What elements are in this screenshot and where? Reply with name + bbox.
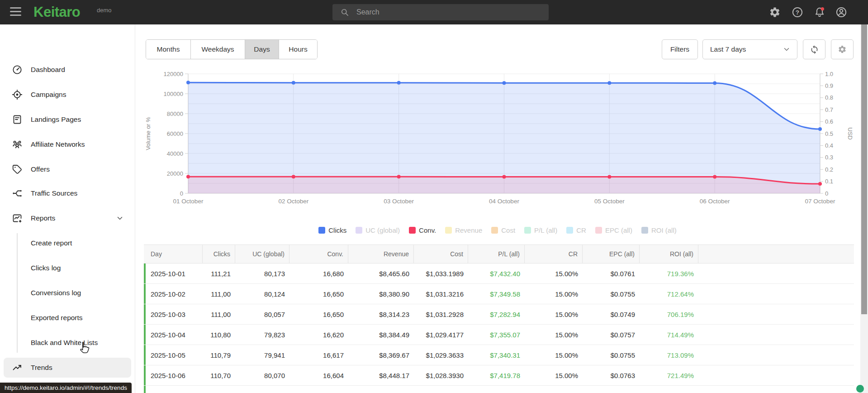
col-header-cr[interactable]: CR bbox=[525, 245, 583, 263]
global-search[interactable] bbox=[332, 4, 549, 20]
sidebar: DashboardCampaignsLandings PagesAffiliat… bbox=[0, 24, 135, 393]
svg-text:100000: 100000 bbox=[164, 91, 183, 97]
sidebar-item-conversions-log[interactable]: Conversions log bbox=[4, 283, 131, 303]
legend-item-epc-all[interactable]: EPC (all) bbox=[595, 226, 632, 234]
legend-label: Clicks bbox=[328, 226, 346, 234]
col-header-empty bbox=[698, 245, 854, 263]
legend-item-p-l-all[interactable]: P/L (all) bbox=[524, 226, 557, 234]
legend-item-clicks[interactable]: Clicks bbox=[318, 226, 346, 234]
cell-cr: 15.00% bbox=[525, 304, 583, 324]
cell-day: 2025-10-02 bbox=[144, 284, 203, 304]
sidebar-item-create-report[interactable]: Create report bbox=[4, 233, 131, 253]
cell-cost: $1,029.3633 bbox=[414, 345, 468, 365]
svg-text:Volume or %: Volume or % bbox=[145, 117, 152, 150]
col-header-conv[interactable]: Conv. bbox=[289, 245, 348, 263]
cell-p-l-all: $7,419.78 bbox=[468, 365, 525, 385]
legend-item-uc-global[interactable]: UC (global) bbox=[356, 226, 400, 234]
svg-text:USD: USD bbox=[847, 127, 854, 139]
sidebar-item-campaigns[interactable]: Campaigns bbox=[4, 85, 131, 105]
cell-p-l-all: $1,040.93 bbox=[468, 386, 525, 393]
cell-conv: 16,617 bbox=[289, 345, 348, 365]
search-input[interactable] bbox=[356, 8, 549, 17]
col-header-roi-all[interactable]: ROI (all) bbox=[640, 245, 698, 263]
sidebar-item-dashboard[interactable]: Dashboard bbox=[4, 60, 131, 80]
col-header-day[interactable]: Day bbox=[144, 245, 203, 263]
reports-icon bbox=[12, 213, 23, 224]
cell-clicks: 110,80 bbox=[203, 325, 235, 345]
table-header-row: DayClicksUC (global)Conv.RevenueCostP/L … bbox=[144, 244, 854, 264]
table-row: 2025-10-06110,7080,07016,604$8,448.17$1,… bbox=[144, 365, 854, 386]
cell-uc-global: 80,124 bbox=[235, 284, 289, 304]
col-header-revenue[interactable]: Revenue bbox=[348, 245, 414, 263]
legend-item-cr[interactable]: CR bbox=[566, 226, 586, 234]
cell-conv: 16,650 bbox=[289, 304, 348, 324]
legend-item-cost[interactable]: Cost bbox=[491, 226, 515, 234]
sidebar-item-landings-pages[interactable]: Landings Pages bbox=[4, 110, 131, 129]
legend-label: ROI (all) bbox=[651, 226, 677, 234]
account-icon[interactable] bbox=[835, 6, 847, 18]
sidebar-item-clicks-log[interactable]: Clicks log bbox=[4, 258, 131, 278]
cell-p-l-all: $7,340.31 bbox=[468, 345, 525, 365]
cell-cost: $1,033.1989 bbox=[414, 264, 468, 283]
table-row: 2025-10-01111,2180,17316,680$8,465.60$1,… bbox=[144, 264, 854, 284]
status-url: https://demo.keitaro.io/admin/#!/trends/… bbox=[5, 384, 127, 391]
cell-conv: 16,680 bbox=[289, 264, 348, 283]
cell-uc-global: 79,941 bbox=[235, 345, 289, 365]
sidebar-item-affiliate-networks[interactable]: Affiliate Networks bbox=[4, 134, 131, 154]
cell-p-l-all: $7,432.40 bbox=[468, 264, 525, 283]
cell-empty bbox=[698, 264, 854, 283]
app-logo[interactable]: Keitaro bbox=[33, 4, 80, 20]
row-accent-strip bbox=[144, 325, 146, 345]
col-header-p-l-all[interactable]: P/L (all) bbox=[468, 245, 525, 263]
cell-revenue: $1,262.94 bbox=[348, 386, 414, 393]
svg-text:0.4: 0.4 bbox=[825, 142, 833, 149]
svg-text:01 October: 01 October bbox=[173, 198, 204, 205]
svg-text:06 October: 06 October bbox=[700, 198, 730, 205]
svg-text:1.0: 1.0 bbox=[825, 71, 833, 77]
chevron-down-icon[interactable] bbox=[116, 214, 124, 222]
svg-text:0.2: 0.2 bbox=[825, 166, 833, 173]
help-icon[interactable]: ? bbox=[792, 6, 803, 18]
sidebar-item-label: Exported reports bbox=[31, 308, 83, 328]
cell-uc-global: 79,823 bbox=[235, 325, 289, 345]
cell-cost: $1,031.3216 bbox=[414, 284, 468, 304]
hamburger-menu-icon[interactable] bbox=[10, 7, 22, 17]
legend-item-conv[interactable]: Conv. bbox=[409, 226, 436, 234]
legend-swatch bbox=[524, 227, 531, 234]
sidebar-item-exported-reports[interactable]: Exported reports bbox=[4, 308, 131, 328]
col-header-uc-global[interactable]: UC (global) bbox=[235, 245, 289, 263]
sidebar-item-label: Landings Pages bbox=[31, 110, 81, 129]
landings-icon bbox=[12, 114, 23, 125]
legend-item-roi-all[interactable]: ROI (all) bbox=[641, 226, 677, 234]
cell-empty bbox=[698, 284, 854, 304]
sidebar-item-black-and-white-lists[interactable]: Black and White Lists bbox=[4, 333, 131, 353]
legend-swatch bbox=[409, 227, 416, 234]
svg-text:0.1: 0.1 bbox=[825, 178, 833, 185]
legend-item-revenue[interactable]: Revenue bbox=[445, 226, 482, 234]
col-header-cost[interactable]: Cost bbox=[414, 245, 468, 263]
affiliate-icon bbox=[12, 139, 23, 150]
cell-roi-all: 721.49% bbox=[640, 365, 698, 385]
settings-icon[interactable] bbox=[769, 6, 781, 18]
cell-cost: $517.0000 bbox=[414, 386, 468, 393]
notifications-icon[interactable] bbox=[814, 6, 825, 18]
col-header-clicks[interactable]: Clicks bbox=[203, 245, 235, 263]
legend-swatch bbox=[566, 227, 573, 234]
col-header-epc-all[interactable]: EPC (all) bbox=[583, 245, 640, 263]
row-accent-strip bbox=[144, 386, 146, 393]
legend-swatch bbox=[491, 227, 498, 234]
cell-cr: 15.00% bbox=[525, 386, 583, 393]
cell-cost: $1,029.4177 bbox=[414, 325, 468, 345]
sidebar-item-offers[interactable]: Offers bbox=[4, 159, 131, 179]
sidebar-item-reports[interactable]: Reports bbox=[4, 208, 131, 228]
cell-revenue: $8,380.90 bbox=[348, 284, 414, 304]
svg-text:0.8: 0.8 bbox=[825, 94, 833, 101]
sidebar-item-trends[interactable]: Trends bbox=[4, 358, 131, 378]
sidebar-item-label: Offers bbox=[31, 159, 50, 179]
sidebar-item-traffic-sources[interactable]: Traffic Sources bbox=[4, 183, 131, 203]
chat-widget-dot[interactable] bbox=[856, 385, 864, 393]
legend-swatch bbox=[595, 227, 602, 234]
scrollbar-thumb[interactable] bbox=[861, 24, 867, 314]
cell-cr: 15.00% bbox=[525, 365, 583, 385]
search-icon bbox=[340, 8, 349, 17]
